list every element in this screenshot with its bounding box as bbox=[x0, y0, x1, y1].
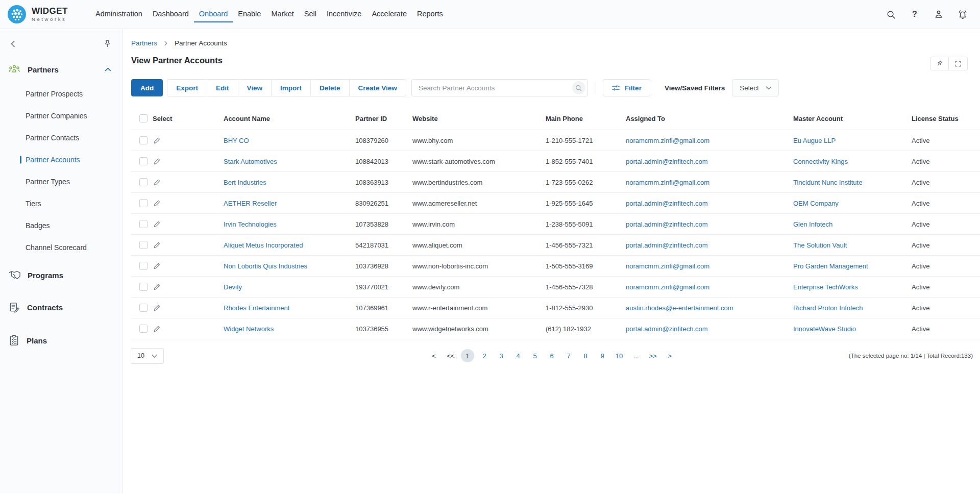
master-account-link[interactable]: Glen Infotech bbox=[793, 220, 832, 228]
account-name-link[interactable]: Devify bbox=[224, 283, 242, 291]
action-button[interactable]: Create View bbox=[349, 80, 406, 96]
app-logo[interactable]: WIDGET Networks bbox=[7, 5, 68, 24]
assigned-to-link[interactable]: noramcmm.zinfi@gmail.com bbox=[626, 179, 709, 186]
fullscreen-icon[interactable] bbox=[949, 57, 968, 70]
assigned-to-link[interactable]: austin.rhodes@e-entertainment.com bbox=[626, 304, 733, 312]
page-button[interactable]: 9 bbox=[596, 349, 609, 362]
page-button[interactable]: 1 bbox=[461, 349, 474, 362]
sidebar-section-plans[interactable]: Plans bbox=[0, 325, 122, 356]
pin-view-button[interactable] bbox=[930, 57, 949, 70]
row-checkbox[interactable] bbox=[139, 241, 148, 249]
master-account-link[interactable]: The Solution Vault bbox=[793, 241, 847, 249]
assigned-to-link[interactable]: portal.admin@zinfitech.com bbox=[626, 220, 708, 228]
sidebar-pin-icon[interactable] bbox=[103, 39, 112, 48]
master-account-link[interactable]: Pro Garden Management bbox=[793, 262, 868, 270]
top-nav-item[interactable]: Accelerate bbox=[366, 7, 412, 22]
assigned-to-link[interactable]: portal.admin@zinfitech.com bbox=[626, 325, 708, 333]
top-nav-item[interactable]: Incentivize bbox=[322, 7, 367, 22]
row-checkbox[interactable] bbox=[139, 325, 148, 333]
page-button[interactable]: ... bbox=[629, 349, 643, 362]
row-checkbox[interactable] bbox=[139, 262, 148, 270]
top-nav-item[interactable]: Reports bbox=[412, 7, 448, 22]
account-name-link[interactable]: Rhodes Entertainment bbox=[224, 304, 289, 312]
select-all-checkbox[interactable] bbox=[139, 114, 148, 122]
page-button[interactable]: 2 bbox=[478, 349, 491, 362]
edit-pencil-icon[interactable] bbox=[153, 283, 161, 291]
page-button[interactable]: << bbox=[444, 349, 457, 362]
sidebar-item[interactable]: Partner Types bbox=[0, 170, 122, 192]
account-name-link[interactable]: Stark Automotives bbox=[224, 158, 277, 165]
assigned-to-link[interactable]: noramcmm.zinfi@gmail.com bbox=[626, 262, 709, 270]
search-submit-icon[interactable] bbox=[572, 81, 585, 94]
sidebar-item[interactable]: Partner Contacts bbox=[0, 127, 122, 149]
help-icon[interactable]: ? bbox=[910, 9, 920, 19]
page-button[interactable]: > bbox=[663, 349, 676, 362]
sidebar-item[interactable]: Badges bbox=[0, 214, 122, 236]
master-account-link[interactable]: Richard Proton Infotech bbox=[793, 304, 863, 312]
page-button[interactable]: 4 bbox=[511, 349, 525, 362]
master-account-link[interactable]: OEM Company bbox=[793, 200, 839, 207]
sidebar-item[interactable]: Partner Prospects bbox=[0, 83, 122, 105]
assigned-to-link[interactable]: portal.admin@zinfitech.com bbox=[626, 241, 708, 249]
assigned-to-link[interactable]: portal.admin@zinfitech.com bbox=[626, 158, 708, 165]
edit-pencil-icon[interactable] bbox=[153, 157, 161, 165]
notifications-bell-icon[interactable] bbox=[958, 9, 968, 19]
row-checkbox[interactable] bbox=[139, 199, 148, 207]
sidebar-section-contracts[interactable]: Contracts bbox=[0, 292, 122, 323]
filter-button[interactable]: Filter bbox=[603, 79, 650, 96]
account-name-link[interactable]: Widget Networks bbox=[224, 325, 274, 333]
edit-pencil-icon[interactable] bbox=[153, 325, 161, 333]
action-button[interactable]: View bbox=[238, 80, 272, 96]
account-name-link[interactable]: AETHER Reseller bbox=[224, 200, 277, 207]
edit-pencil-icon[interactable] bbox=[153, 241, 161, 249]
page-button[interactable]: 8 bbox=[579, 349, 592, 362]
row-checkbox[interactable] bbox=[139, 178, 148, 186]
page-button[interactable]: >> bbox=[646, 349, 659, 362]
sidebar-item[interactable]: Tiers bbox=[0, 192, 122, 214]
assigned-to-link[interactable]: portal.admin@zinfitech.com bbox=[626, 200, 708, 207]
top-nav-item[interactable]: Market bbox=[266, 7, 299, 22]
master-account-link[interactable]: Connectivity Kings bbox=[793, 158, 848, 165]
top-nav-item[interactable]: Dashboard bbox=[148, 7, 194, 22]
page-button[interactable]: 7 bbox=[562, 349, 575, 362]
row-checkbox[interactable] bbox=[139, 283, 148, 291]
edit-pencil-icon[interactable] bbox=[153, 136, 161, 144]
top-nav-item[interactable]: Enable bbox=[233, 7, 266, 22]
assigned-to-link[interactable]: noramcmm.zinfi@gmail.com bbox=[626, 137, 709, 144]
sidebar-item[interactable]: Partner Companies bbox=[0, 105, 122, 127]
row-checkbox[interactable] bbox=[139, 157, 148, 165]
assigned-to-link[interactable]: noramcmm.zinfi@gmail.com bbox=[626, 283, 709, 291]
row-checkbox[interactable] bbox=[139, 220, 148, 228]
sidebar-back-icon[interactable] bbox=[9, 40, 17, 48]
search-icon[interactable] bbox=[886, 9, 896, 19]
top-nav-item[interactable]: Sell bbox=[299, 7, 322, 22]
master-account-link[interactable]: Tincidunt Nunc Institute bbox=[793, 179, 862, 186]
add-button[interactable]: Add bbox=[131, 79, 163, 96]
master-account-link[interactable]: Enterprise TechWorks bbox=[793, 283, 858, 291]
action-button[interactable]: Export bbox=[167, 80, 207, 96]
sidebar-item[interactable]: Channel Scorecard bbox=[0, 236, 122, 258]
page-size-select[interactable]: 10 bbox=[131, 348, 164, 364]
top-nav-item[interactable]: Administration bbox=[90, 7, 148, 22]
action-button[interactable]: Edit bbox=[207, 80, 238, 96]
saved-filters-select[interactable]: Select bbox=[732, 79, 779, 96]
page-button[interactable]: 6 bbox=[545, 349, 558, 362]
edit-pencil-icon[interactable] bbox=[153, 178, 161, 186]
sidebar-section-programs[interactable]: Programs bbox=[0, 260, 122, 290]
sidebar-group-partners[interactable]: Partners bbox=[0, 51, 122, 80]
account-name-link[interactable]: Non Lobortis Quis Industries bbox=[224, 262, 307, 270]
edit-pencil-icon[interactable] bbox=[153, 262, 161, 270]
master-account-link[interactable]: Eu Augue LLP bbox=[793, 137, 836, 144]
edit-pencil-icon[interactable] bbox=[153, 304, 161, 312]
row-checkbox[interactable] bbox=[139, 136, 148, 144]
edit-pencil-icon[interactable] bbox=[153, 220, 161, 228]
account-name-link[interactable]: BHY CO bbox=[224, 137, 249, 144]
page-button[interactable]: 3 bbox=[495, 349, 508, 362]
top-nav-item[interactable]: Onboard bbox=[194, 7, 233, 22]
account-name-link[interactable]: Aliquet Metus Incorporated bbox=[224, 241, 303, 249]
page-button[interactable]: 5 bbox=[528, 349, 542, 362]
account-name-link[interactable]: Bert Industries bbox=[224, 179, 266, 186]
edit-pencil-icon[interactable] bbox=[153, 199, 161, 207]
page-button[interactable]: 10 bbox=[612, 349, 626, 362]
action-button[interactable]: Delete bbox=[310, 80, 349, 96]
